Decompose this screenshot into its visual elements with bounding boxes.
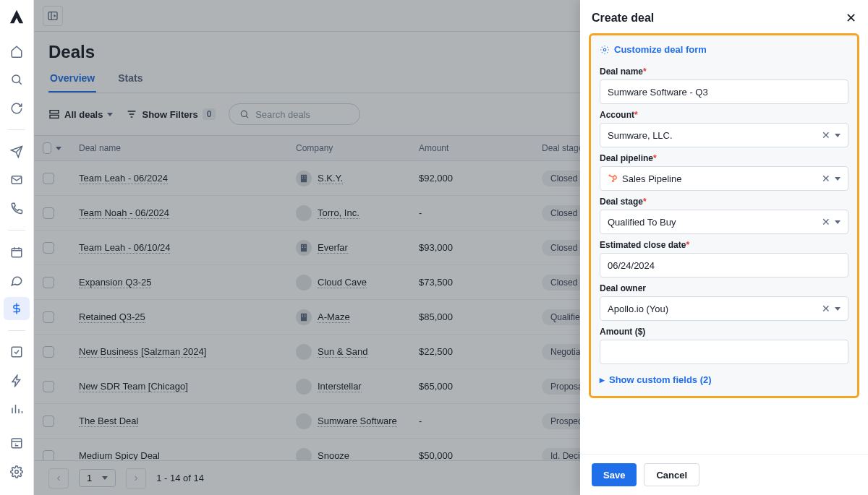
svg-rect-3 bbox=[12, 348, 22, 358]
customize-label: Customize deal form bbox=[614, 44, 707, 55]
save-button[interactable]: Save bbox=[592, 463, 637, 486]
account-value: Sumware, LLC. bbox=[608, 130, 673, 141]
svg-point-26 bbox=[608, 174, 610, 176]
svg-point-5 bbox=[15, 470, 19, 473]
hubspot-icon bbox=[608, 173, 618, 184]
nav-send-icon[interactable] bbox=[4, 140, 30, 163]
svg-rect-4 bbox=[12, 439, 22, 448]
clear-pipeline-icon[interactable]: ✕ bbox=[822, 173, 830, 184]
amount-input[interactable] bbox=[600, 340, 848, 364]
account-select[interactable]: Sumware, LLC. ✕ bbox=[600, 123, 848, 147]
nav-search-icon[interactable] bbox=[4, 69, 30, 91]
nav-refresh-icon[interactable] bbox=[4, 97, 30, 119]
chevron-down-icon bbox=[835, 177, 841, 181]
pipeline-select[interactable]: Sales Pipeline ✕ bbox=[600, 166, 848, 191]
gear-icon bbox=[600, 45, 610, 55]
deal-name-label: Deal name* bbox=[600, 66, 848, 77]
chevron-down-icon bbox=[835, 307, 841, 311]
nav-phone-icon[interactable] bbox=[4, 197, 30, 220]
svg-point-25 bbox=[603, 48, 606, 51]
nav-settings-icon[interactable] bbox=[4, 460, 30, 483]
nav-mail-icon[interactable] bbox=[4, 168, 30, 191]
deal-name-input[interactable] bbox=[600, 79, 848, 104]
left-sidebar bbox=[0, 0, 34, 495]
chevron-down-icon bbox=[835, 134, 841, 137]
clear-stage-icon[interactable]: ✕ bbox=[822, 216, 830, 228]
svg-point-0 bbox=[12, 75, 20, 83]
show-custom-label: Show custom fields (2) bbox=[609, 374, 712, 385]
clear-account-icon[interactable]: ✕ bbox=[822, 129, 830, 141]
stage-value: Qualified To Buy bbox=[608, 217, 676, 228]
close-panel-button[interactable]: ✕ bbox=[846, 10, 856, 26]
pipeline-label: Deal pipeline* bbox=[600, 153, 848, 163]
nav-tasks-icon[interactable] bbox=[4, 341, 30, 363]
show-custom-fields-link[interactable]: ▸ Show custom fields (2) bbox=[600, 374, 712, 385]
nav-deals-icon[interactable] bbox=[4, 297, 30, 319]
form-highlight-box: Customize deal form Deal name* Account* … bbox=[589, 33, 859, 398]
svg-point-27 bbox=[613, 176, 617, 180]
owner-label: Deal owner bbox=[600, 283, 848, 293]
create-deal-panel: Create deal ✕ Customize deal form Deal n… bbox=[580, 0, 868, 495]
pipeline-value: Sales Pipeline bbox=[622, 173, 681, 184]
clear-owner-icon[interactable]: ✕ bbox=[822, 303, 830, 314]
chevron-down-icon bbox=[835, 220, 841, 224]
svg-point-28 bbox=[612, 180, 613, 181]
stage-label: Deal stage* bbox=[600, 197, 848, 207]
nav-calendar-icon[interactable] bbox=[4, 241, 30, 263]
nav-home-icon[interactable] bbox=[4, 40, 30, 62]
account-label: Account* bbox=[600, 110, 848, 120]
close-date-input[interactable] bbox=[600, 253, 848, 277]
nav-chat-icon[interactable] bbox=[4, 269, 30, 291]
panel-footer: Save Cancel bbox=[580, 454, 868, 495]
owner-value: Apollo.io (You) bbox=[608, 304, 668, 314]
stage-select[interactable]: Qualified To Buy ✕ bbox=[600, 210, 848, 234]
amount-label: Amount ($) bbox=[600, 327, 848, 337]
nav-analytics-icon[interactable] bbox=[4, 397, 30, 420]
cancel-button[interactable]: Cancel bbox=[644, 463, 699, 486]
nav-date-icon[interactable] bbox=[4, 432, 30, 455]
close-date-label: Estimated close date* bbox=[600, 240, 848, 250]
panel-title: Create deal bbox=[592, 12, 654, 25]
svg-rect-2 bbox=[12, 248, 22, 257]
customize-form-link[interactable]: Customize deal form bbox=[600, 44, 707, 55]
nav-bolt-icon[interactable] bbox=[4, 369, 30, 392]
owner-select[interactable]: Apollo.io (You) ✕ bbox=[600, 296, 848, 321]
logo bbox=[8, 9, 25, 25]
